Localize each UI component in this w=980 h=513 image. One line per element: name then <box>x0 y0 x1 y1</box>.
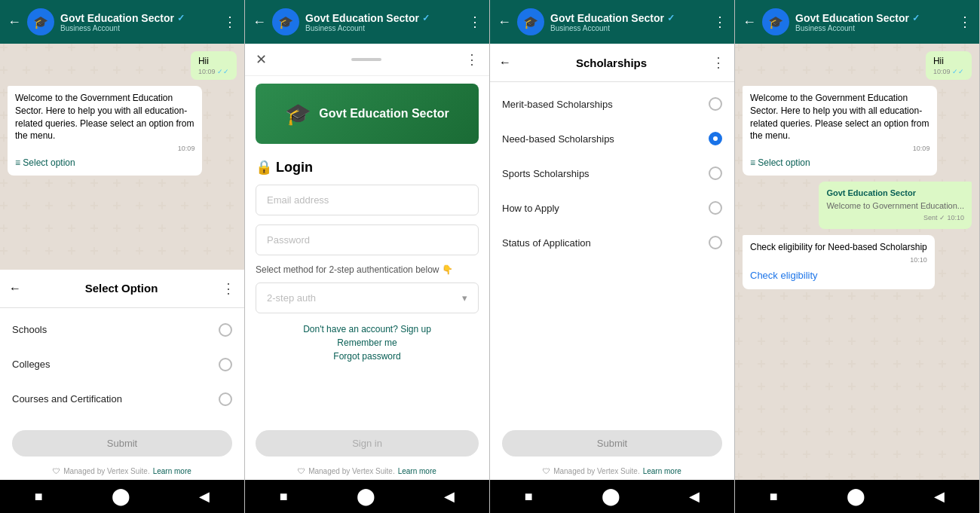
login-links-2: Don't have an account? Sign up Remember … <box>245 316 489 369</box>
scholarships-menu-3[interactable]: ⋮ <box>712 54 725 71</box>
list-item-merit[interactable]: Merit-based Scholarships <box>490 87 734 121</box>
welcome-time-1: 10:09 <box>15 144 194 154</box>
list-item-colleges[interactable]: Colleges <box>0 347 244 382</box>
wa-header-2: ← 🎓 Govt Education Sector ✓ Business Acc… <box>245 0 489 44</box>
learn-more-2[interactable]: Learn more <box>398 467 436 475</box>
wa-header-4: ← 🎓 Govt Education Sector ✓ Business Acc… <box>735 0 979 44</box>
nav-square-3[interactable]: ■ <box>525 489 533 505</box>
panel-footer-1: 🛡 Managed by Vertex Suite. Learn more <box>0 463 244 480</box>
scholarships-footer-3: 🛡 Managed by Vertex Suite. Learn more <box>490 463 734 480</box>
header-name-3: Govt Education Sector ✓ <box>550 12 707 24</box>
nav-triangle-1[interactable]: ◀ <box>199 488 210 505</box>
password-input-2[interactable]: Password <box>256 224 479 255</box>
phone-2: ← 🎓 Govt Education Sector ✓ Business Acc… <box>245 0 490 513</box>
signin-button-2[interactable]: Sign in <box>256 430 479 457</box>
back-button-4[interactable]: ← <box>743 14 756 30</box>
select-option-btn-1[interactable]: ≡ Select option <box>15 157 194 169</box>
radio-colleges[interactable] <box>219 358 232 371</box>
avatar-3: 🎓 <box>517 8 544 35</box>
header-name-4: Govt Education Sector ✓ <box>795 12 952 24</box>
phone-1: ← 🎓 Govt Education Sector ✓ Business Acc… <box>0 0 245 513</box>
check-eligibility-btn-4[interactable]: Check eligibility <box>750 269 927 282</box>
hii-time-4: 10:09 ✓✓ <box>933 68 964 75</box>
login-menu-2[interactable]: ⋮ <box>465 51 479 68</box>
back-button-3[interactable]: ← <box>498 14 511 30</box>
drag-handle-2 <box>351 58 381 61</box>
radio-status[interactable] <box>709 236 722 249</box>
radio-sports-s[interactable] <box>709 166 722 180</box>
nav-circle-2[interactable]: ⬤ <box>357 487 375 506</box>
back-button-1[interactable]: ← <box>8 14 21 30</box>
scholarships-back-3[interactable]: ← <box>499 56 511 69</box>
header-info-1: Govt Education Sector ✓ Business Account <box>60 12 217 32</box>
two-step-select-2[interactable]: 2-step auth ▾ <box>256 282 479 313</box>
nav-triangle-4[interactable]: ◀ <box>934 488 945 505</box>
banner-title-2: Govt Education Sector <box>319 107 449 121</box>
list-item-need[interactable]: Need-based Scholarships <box>490 121 734 156</box>
panel-list-1: Schools Colleges Courses and Certificati… <box>0 308 244 425</box>
hii-message-1: Hii 10:09 ✓✓ <box>191 51 237 80</box>
learn-more-3[interactable]: Learn more <box>643 467 681 475</box>
list-item-status[interactable]: Status of Application <box>490 225 734 258</box>
phone-4: ← 🎓 Govt Education Sector ✓ Business Acc… <box>735 0 980 513</box>
bottom-nav-4: ■ ⬤ ◀ <box>735 480 979 513</box>
radio-schools[interactable] <box>219 323 232 337</box>
header-sub-2: Business Account <box>305 24 462 32</box>
list-item-courses[interactable]: Courses and Certification <box>0 382 244 417</box>
nav-circle-4[interactable]: ⬤ <box>847 487 865 506</box>
login-panel-2: ✕ ⋮ 🎓 Govt Education Sector 🔒 Login Emai… <box>245 44 489 480</box>
panel-header-1: ← Select Option ⋮ <box>0 270 244 308</box>
nav-square-4[interactable]: ■ <box>770 489 778 505</box>
two-step-label-2: Select method for 2-step authentication … <box>245 260 489 279</box>
forgot-link-2[interactable]: Forgot password <box>333 351 400 362</box>
radio-need[interactable] <box>709 132 722 145</box>
email-input-2[interactable]: Email address <box>256 185 479 215</box>
outgoing-message-4: Govt Education Sector Welcome to Governm… <box>819 182 972 229</box>
header-sub-3: Business Account <box>550 24 707 32</box>
radio-how[interactable] <box>709 201 722 215</box>
nav-triangle-2[interactable]: ◀ <box>444 488 455 505</box>
nav-circle-3[interactable]: ⬤ <box>602 487 620 506</box>
submit-button-3[interactable]: Submit <box>502 430 722 457</box>
avatar-2: 🎓 <box>272 8 299 35</box>
menu-dots-1[interactable]: ⋮ <box>223 14 237 30</box>
scholarships-header-3: ← Scholarships ⋮ <box>490 44 734 82</box>
header-sub-4: Business Account <box>795 24 952 32</box>
verified-badge-2: ✓ <box>422 13 430 23</box>
hii-message-4: Hii 10:09 ✓✓ <box>926 51 972 80</box>
list-item-scholarships[interactable]: Scholarships <box>0 417 244 425</box>
list-item-how-to-apply[interactable]: How to Apply <box>490 191 734 225</box>
verified-badge-4: ✓ <box>912 13 920 23</box>
select-option-btn-4[interactable]: ≡ Select option <box>750 157 929 169</box>
signup-link-2[interactable]: Don't have an account? Sign up <box>303 324 431 334</box>
panel-menu-1[interactable]: ⋮ <box>222 280 235 297</box>
panel-back-1[interactable]: ← <box>9 282 21 295</box>
learn-more-1[interactable]: Learn more <box>153 467 191 475</box>
menu-dots-2[interactable]: ⋮ <box>468 14 482 30</box>
nav-square-1[interactable]: ■ <box>35 489 43 505</box>
menu-dots-3[interactable]: ⋮ <box>713 14 727 30</box>
header-sub-1: Business Account <box>60 24 217 32</box>
phone-3: ← 🎓 Govt Education Sector ✓ Business Acc… <box>490 0 735 513</box>
chat-area-4: Hii 10:09 ✓✓ Welcome to the Government E… <box>735 44 979 480</box>
close-btn-2[interactable]: ✕ <box>256 51 267 68</box>
radio-courses[interactable] <box>219 392 232 406</box>
select-panel-1: ← Select Option ⋮ Schools Colleges Cours… <box>0 270 244 481</box>
nav-circle-1[interactable]: ⬤ <box>112 487 130 506</box>
remember-link-2[interactable]: Remember me <box>337 337 397 348</box>
menu-dots-4[interactable]: ⋮ <box>958 14 972 30</box>
radio-merit[interactable] <box>709 97 722 111</box>
submit-button-1[interactable]: Submit <box>12 430 232 457</box>
bottom-nav-2: ■ ⬤ ◀ <box>245 480 489 513</box>
scholarships-panel-3: ← Scholarships ⋮ Merit-based Scholarship… <box>490 44 734 480</box>
welcome-time-4: 10:09 <box>750 144 929 154</box>
login-banner-2: 🎓 Govt Education Sector <box>256 84 479 144</box>
panel-title-1: Select Option <box>29 282 214 295</box>
back-button-2[interactable]: ← <box>253 14 266 30</box>
list-item-schools[interactable]: Schools <box>0 313 244 347</box>
nav-triangle-3[interactable]: ◀ <box>689 488 700 505</box>
wa-header-1: ← 🎓 Govt Education Sector ✓ Business Acc… <box>0 0 244 44</box>
login-footer-2: 🛡 Managed by Vertex Suite. Learn more <box>245 463 489 480</box>
nav-square-2[interactable]: ■ <box>280 489 288 505</box>
list-item-sports-scholarship[interactable]: Sports Scholarships <box>490 156 734 191</box>
